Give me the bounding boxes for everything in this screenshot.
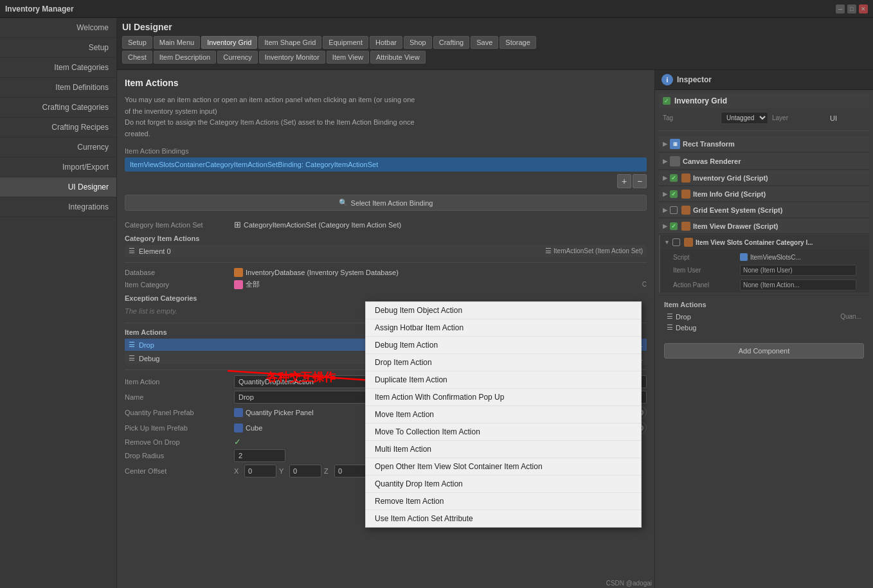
inventory-grid-script-header[interactable]: ▶ ✓ Inventory Grid (Script) [659,171,869,186]
menu-item-9[interactable]: Open Other Item View Slot Container Item… [366,458,641,476]
item-info-grid-header[interactable]: ▶ ✓ Item Info Grid (Script) [659,187,869,202]
category-clear-btn[interactable]: C [642,281,647,288]
tab-currency[interactable]: Currency [217,51,258,64]
sidebar-item-ui-designer[interactable]: UI Designer [0,177,116,197]
tab-item-description[interactable]: Item Description [154,51,216,64]
menu-item-2[interactable]: Debug Item Action [366,337,641,354]
menu-item-8[interactable]: Multi Item Action [366,441,641,458]
tab-setup[interactable]: Setup [122,36,152,49]
center-offset-label: Center Offset [125,467,234,475]
menu-item-12[interactable]: Use Item Action Set Attribute [366,510,641,527]
script-label: Script [673,254,737,261]
title-bar: Inventory Manager ─ □ ✕ [0,0,873,18]
watermark: CSDN @adogai [606,580,652,587]
y-input[interactable] [289,465,321,477]
inv-grid-checkbox[interactable]: ✓ [670,174,678,182]
binding-item[interactable]: ItemViewSlotsContainerCategoryItemAction… [125,157,647,172]
item-category-label: Item Category [125,281,234,289]
remove-on-drop-checkbox[interactable]: ✓ [234,437,241,447]
item-view-slots-icon [684,238,693,247]
category-action-set-row: Category Item Action Set ⊞ CategoryItemA… [125,220,647,229]
item-user-label: Item User [673,267,737,274]
canvas-renderer-header[interactable]: ▶ Canvas Renderer [659,154,869,170]
item-actions-panel: Item Actions You may use an item action … [117,70,654,588]
tab-inventory-monitor[interactable]: Inventory Monitor [259,51,325,64]
rect-transform-header[interactable]: ▶ ⊞ Rect Transform [659,136,869,152]
tab-main-menu[interactable]: Main Menu [154,36,200,49]
sidebar-item-import-export[interactable]: Import/Export [0,157,116,177]
tab-crafting[interactable]: Crafting [433,36,470,49]
component-name: Inventory Grid [674,96,727,105]
add-binding-btn[interactable]: + [617,174,631,188]
inspector-panel: i Inspector ✓ Inventory Grid [654,70,873,588]
menu-item-4[interactable]: Duplicate Item Action [366,371,641,389]
drop-icon: ☰ [129,341,135,349]
menu-item-0[interactable]: Debug Item Object Action [366,302,641,319]
minimize-btn[interactable]: ─ [836,4,845,13]
menu-item-10[interactable]: Quantity Drop Item Action [366,476,641,493]
element-0-value: ☰ ItemActionSet (Item Action Set) [545,247,643,255]
tab-chest[interactable]: Chest [122,51,152,64]
insp-item-actions-label: Item Actions [664,301,864,308]
tab-save[interactable]: Save [471,36,498,49]
item-user-value: None (Item User) [740,265,856,276]
sidebar-item-welcome[interactable]: Welcome [0,18,116,38]
xyz-inputs: X Y Z [234,465,366,477]
sidebar-item-crafting-categories[interactable]: Crafting Categories [0,98,116,118]
sidebar-item-crafting-recipes[interactable]: Crafting Recipes [0,118,116,138]
menu-item-1[interactable]: Assign Hotbar Item Action [366,319,641,337]
x-label: X [234,467,242,475]
action-panel-row: Action Panel None (Item Action... [660,278,869,292]
script-value: ItemViewSlotsC... [750,254,856,261]
insp-drop-icon: ☰ [667,312,673,321]
item-view-slots-header[interactable]: ▼ Item View Slots Container Category I..… [660,235,869,250]
sidebar: Welcome Setup Item Categories Item Defin… [0,18,117,588]
tab-item-view[interactable]: Item View [327,51,369,64]
item-view-drawer-icon [681,222,690,231]
select-item-action-binding-btn[interactable]: 🔍 Select Item Action Binding [125,195,647,211]
database-row: Database InventoryDatabase (Inventory Sy… [125,268,647,277]
tab-shop[interactable]: Shop [404,36,432,49]
remove-binding-btn[interactable]: − [633,174,647,188]
sidebar-item-currency[interactable]: Currency [0,138,116,157]
grid-icon: ⊞ [234,220,241,229]
category-icon [234,280,243,289]
add-component-btn[interactable]: Add Component [664,343,864,359]
tab-attribute-view[interactable]: Attribute View [370,51,426,64]
sidebar-item-setup[interactable]: Setup [0,38,116,58]
tab-item-shape-grid[interactable]: Item Shape Grid [258,36,321,49]
sidebar-item-item-categories[interactable]: Item Categories [0,58,116,78]
action-panel-label: Action Panel [673,281,737,289]
item-view-drawer-header[interactable]: ▶ ✓ Item View Drawer (Script) [659,219,869,234]
layer-label: Layer [772,114,830,121]
menu-item-5[interactable]: Item Action With Confirmation Pop Up [366,389,641,406]
action-panel-value: None (Item Action... [740,280,856,290]
item-info-checkbox[interactable]: ✓ [670,190,678,198]
x-input[interactable] [244,465,276,477]
menu-item-11[interactable]: Remove Item Action [366,493,641,510]
component-checkbox[interactable]: ✓ [663,97,670,105]
tab-equipment[interactable]: Equipment [323,36,368,49]
top-bar: UI Designer Setup Main Menu Inventory Gr… [117,18,873,70]
z-input[interactable] [334,465,366,477]
element-0-row[interactable]: ☰ Element 0 ☰ ItemActionSet (Item Action… [125,245,647,257]
menu-item-6[interactable]: Move Item Action [366,406,641,423]
menu-item-7[interactable]: Move To Collection Item Action [366,423,641,441]
grid-event-system-header[interactable]: ▶ Grid Event System (Script) [659,203,869,218]
tab-hotbar[interactable]: Hotbar [370,36,402,49]
tag-dropdown[interactable]: Untagged [721,112,768,124]
sidebar-item-integrations[interactable]: Integrations [0,197,116,217]
maximize-btn[interactable]: □ [847,4,856,13]
item-view-drawer-checkbox[interactable]: ✓ [670,222,678,230]
main-content: UI Designer Setup Main Menu Inventory Gr… [117,18,873,588]
sidebar-item-item-definitions[interactable]: Item Definitions [0,78,116,98]
tab-inventory-grid[interactable]: Inventory Grid [201,36,257,49]
item-view-slots-checkbox[interactable] [672,238,680,246]
grid-event-checkbox[interactable] [670,206,678,214]
content-area: Item Actions You may use an item action … [117,70,873,588]
menu-item-3[interactable]: Drop Item Action [366,354,641,371]
drop-radius-input[interactable] [234,449,285,462]
tab-storage[interactable]: Storage [500,36,536,49]
name-label: Name [125,393,234,401]
close-btn[interactable]: ✕ [859,4,868,13]
